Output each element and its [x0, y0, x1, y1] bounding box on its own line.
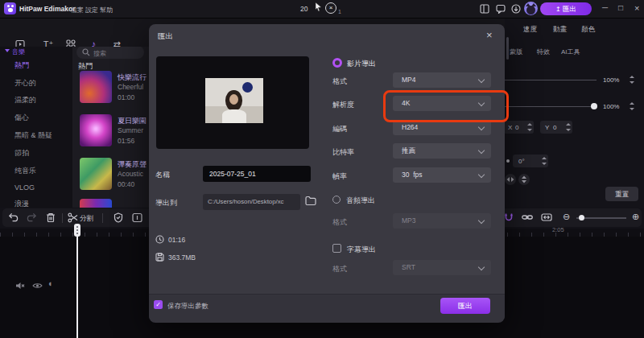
playhead[interactable]	[76, 224, 78, 338]
export-dialog: 匯出 × 名稱 2025-07-25_01 導出到 C:/Users/hoson…	[149, 24, 505, 322]
subtitle-export-label: 字幕導出	[347, 245, 376, 255]
zoom-out-icon[interactable]: ⊖	[563, 212, 570, 222]
feedback-icon[interactable]	[496, 4, 506, 14]
tab-animation[interactable]: 動畫	[553, 25, 567, 35]
path-label: 導出到	[155, 198, 177, 208]
dialog-close-icon[interactable]: ×	[486, 29, 493, 41]
sidebar-item-hot[interactable]: 熱門	[14, 60, 29, 71]
sidebar-item-beat[interactable]: 節拍	[14, 148, 29, 159]
bitrate-label: 比特率	[332, 147, 354, 158]
chevron-down-icon	[478, 147, 485, 154]
maximize-button[interactable]: □	[618, 3, 623, 12]
rotation-stepper[interactable]: 0°	[513, 155, 548, 167]
name-input[interactable]: 2025-07-25_01	[203, 166, 311, 182]
sidebar-item-gentle[interactable]: 温柔的	[14, 95, 36, 105]
audio-export-radio[interactable]	[332, 196, 341, 204]
shield-icon[interactable]	[114, 212, 123, 223]
stepper-arrows-icon[interactable]	[527, 123, 532, 131]
annotation-highlight	[383, 90, 509, 122]
search-input[interactable]: 搜索	[76, 47, 144, 59]
music-thumbnail	[80, 158, 112, 190]
folder-icon[interactable]	[305, 196, 316, 206]
sidebar-item-dark-suspense[interactable]: 黑暗 & 懸疑	[14, 130, 52, 141]
subtitle-format-label: 格式	[332, 264, 347, 274]
bitrate-dropdown[interactable]: 推薦	[393, 143, 491, 159]
scrollbar[interactable]	[506, 37, 509, 60]
subtab-mask[interactable]: 蒙版	[510, 47, 522, 56]
flip-horizontal-button[interactable]	[505, 174, 516, 185]
menu-file[interactable]: 檔案	[71, 6, 84, 14]
subtab-effects[interactable]: 特效	[537, 47, 550, 56]
stepper-arrows-icon[interactable]	[542, 157, 547, 165]
y-position-stepper[interactable]: Y 0	[540, 121, 572, 134]
sidebar-item-vlog[interactable]: VLOG	[14, 183, 35, 192]
sidebar-item-sad[interactable]: 傷心	[14, 113, 29, 123]
menu-help[interactable]: 幫助	[100, 6, 113, 14]
subtitle-format-dropdown[interactable]: SRT	[393, 260, 491, 275]
chevron-down-icon	[478, 171, 485, 178]
avatar[interactable]	[524, 2, 538, 15]
fit-timeline-icon[interactable]	[541, 212, 552, 222]
video-export-radio[interactable]	[332, 58, 342, 68]
slider-handle[interactable]	[591, 103, 597, 109]
properties-panel: 速度 動畫 顏色 蒙版 特效 AI工具 100% 100% X 0 Y 0 0°	[505, 18, 644, 208]
export-filesize: 363.7MB	[168, 254, 196, 262]
scale-slider[interactable]	[505, 80, 597, 80]
path-input[interactable]: C:/Users/hoson/Desktop/xc	[203, 194, 300, 210]
opacity-slider[interactable]	[505, 106, 597, 107]
redo-icon[interactable]	[27, 212, 37, 222]
sidebar-header-music[interactable]: 音樂	[12, 47, 25, 56]
stepper-arrows-icon[interactable]	[630, 76, 634, 84]
scissors-icon[interactable]	[68, 212, 78, 223]
flip-vertical-button[interactable]	[518, 174, 530, 185]
subtitle-export-checkbox[interactable]	[332, 244, 341, 253]
export-button[interactable]: ↥ 匯出	[540, 2, 592, 15]
sidebar-item-happy[interactable]: 开心的	[14, 78, 36, 89]
contrast-track-icon[interactable]: ◐	[48, 278, 54, 288]
link-icon[interactable]	[522, 212, 533, 222]
dialog-export-button[interactable]: 匯出	[440, 298, 490, 314]
sidebar-item-instrumental[interactable]: 纯音乐	[14, 166, 36, 176]
download-icon[interactable]	[511, 4, 521, 14]
marker-icon[interactable]	[132, 212, 142, 223]
chevron-down-icon	[5, 49, 10, 52]
recording-counter: 20	[300, 5, 308, 13]
zoom-slider-handle[interactable]	[579, 215, 584, 221]
tab-speed[interactable]: 速度	[523, 25, 537, 35]
undo-icon[interactable]	[8, 212, 19, 222]
framerate-dropdown[interactable]: 30 fps	[393, 167, 491, 183]
minimize-button[interactable]: ─	[602, 3, 608, 12]
split-button[interactable]: 分割	[80, 214, 93, 224]
zoom-in-icon[interactable]: ⊕	[632, 212, 639, 222]
mute-track-icon[interactable]	[15, 281, 25, 291]
magnet-icon[interactable]	[504, 212, 514, 222]
x-position-stepper[interactable]: X 0	[503, 121, 534, 134]
subtab-ai-tools[interactable]: AI工具	[561, 47, 580, 56]
hide-track-icon[interactable]	[32, 281, 43, 291]
template-icon[interactable]	[480, 4, 489, 14]
menu-settings[interactable]: 設定	[85, 6, 98, 14]
playhead-handle[interactable]	[74, 224, 80, 237]
stepper-arrows-icon[interactable]	[630, 102, 634, 110]
reset-button[interactable]: 重置	[605, 187, 638, 201]
disk-icon	[155, 253, 164, 262]
music-thumbnail	[80, 71, 112, 103]
dialog-title: 匯出	[158, 31, 173, 42]
clock-icon	[155, 235, 164, 244]
format-dropdown[interactable]: MP4	[393, 72, 491, 88]
export-preview	[156, 56, 309, 149]
stepper-arrows-icon[interactable]	[566, 123, 571, 131]
audio-format-dropdown[interactable]: MP3	[393, 213, 491, 229]
close-button[interactable]: ×	[634, 3, 639, 13]
search-icon	[82, 48, 90, 56]
delete-icon[interactable]	[46, 212, 56, 223]
opacity-value-stepper[interactable]: 100%	[601, 101, 636, 112]
tab-color[interactable]: 顏色	[581, 25, 595, 35]
scale-value-stepper[interactable]: 100%	[601, 74, 636, 85]
save-params-checkbox[interactable]: ✓	[154, 300, 163, 309]
search-placeholder: 搜索	[93, 49, 106, 58]
cursor-icon	[315, 2, 323, 11]
close-circle-icon[interactable]: ×	[325, 2, 336, 14]
category-sidebar: 音樂 熱門 开心的 温柔的 傷心 黑暗 & 懸疑 節拍 纯音乐 VLOG 浪漫	[0, 47, 72, 208]
preview-video-frame	[205, 78, 263, 123]
